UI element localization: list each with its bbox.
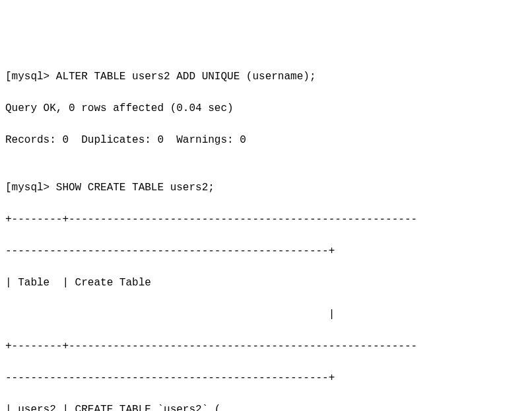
table-row-1: | users2 | CREATE TABLE `users2` ( xyxy=(5,402,527,411)
table-border-top-2: ----------------------------------------… xyxy=(5,243,527,259)
mysql-prompt-line-2: [mysql> SHOW CREATE TABLE users2; xyxy=(5,180,527,196)
mysql-prompt: [mysql> xyxy=(5,182,56,194)
mysql-prompt: [mysql> xyxy=(5,71,56,83)
table-border-top-1: +--------+------------------------------… xyxy=(5,211,527,227)
table-border-mid-2: ----------------------------------------… xyxy=(5,370,527,386)
query-result-line-2: Records: 0 Duplicates: 0 Warnings: 0 xyxy=(5,132,527,148)
mysql-command-2: SHOW CREATE TABLE users2; xyxy=(56,182,215,194)
mysql-prompt-line-1: [mysql> ALTER TABLE users2 ADD UNIQUE (u… xyxy=(5,69,527,85)
mysql-command-1: ALTER TABLE users2 ADD UNIQUE (username)… xyxy=(56,71,316,83)
table-header-2: | xyxy=(5,307,527,322)
table-header-1: | Table | Create Table xyxy=(5,275,527,291)
query-result-line-1: Query OK, 0 rows affected (0.04 sec) xyxy=(5,100,527,116)
table-border-mid-1: +--------+------------------------------… xyxy=(5,338,527,354)
